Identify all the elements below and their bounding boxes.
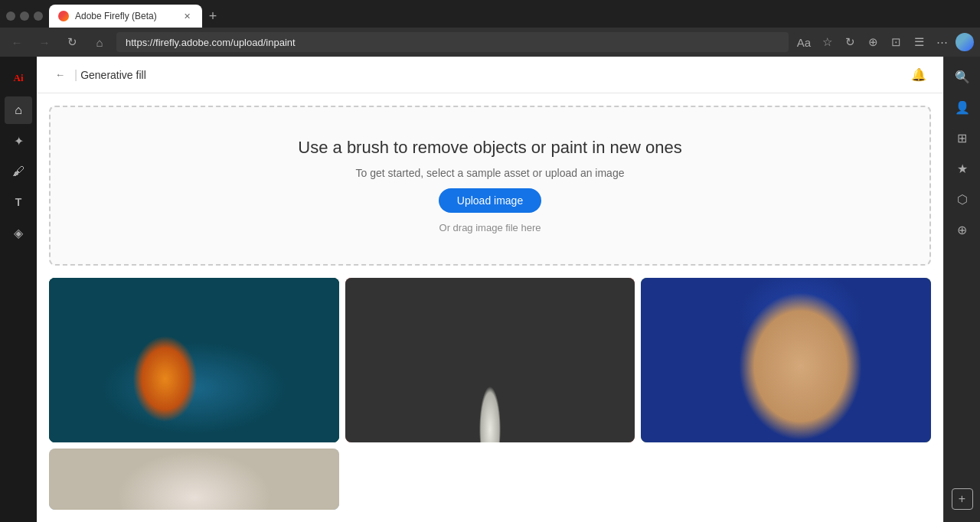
back-arrow-icon: ←	[55, 69, 65, 80]
right-star-icon[interactable]: ★	[949, 155, 976, 182]
sparkle-icon: ✦	[14, 134, 24, 148]
portrait-image	[641, 278, 931, 442]
header-right: 🔔	[906, 63, 931, 87]
tab-bar: Adobe Firefly (Beta) ✕ +	[0, 0, 980, 28]
main-content: ← | Generative fill 🔔 Use a brush to rem…	[37, 57, 943, 522]
browser-chrome: Adobe Firefly (Beta) ✕ + ← → ↻ ⌂ Aa ☆ ↻ …	[0, 0, 980, 57]
back-button[interactable]: ←	[49, 66, 71, 83]
tab-close-button[interactable]: ✕	[181, 10, 193, 22]
window-close[interactable]	[34, 11, 43, 21]
sample-image-lighthouse[interactable]	[345, 278, 635, 442]
sample-image-partial[interactable]	[49, 449, 339, 510]
drag-hint-text: Or drag image file here	[439, 222, 541, 233]
browser-sidebar-icon[interactable]: ☰	[910, 33, 928, 51]
right-extension-icon[interactable]: ⊕	[949, 216, 976, 243]
back-nav-button[interactable]: ←	[6, 31, 28, 53]
refresh-icon[interactable]: ↻	[841, 33, 859, 51]
sidebar-item-generate[interactable]: ✦	[5, 127, 32, 155]
partial-image	[49, 449, 339, 510]
right-layers-icon[interactable]: ⊞	[949, 124, 976, 152]
left-sidebar: Ai ⌂ ✦ 🖌 T ◈	[0, 57, 37, 522]
adobe-logo-text: Ai	[14, 72, 24, 84]
upload-subtitle: To get started, select a sample asset or…	[356, 167, 625, 179]
app-layout: Ai ⌂ ✦ 🖌 T ◈ ← | Generative fill	[0, 57, 980, 522]
lighthouse-image	[345, 278, 635, 442]
upload-heading: Use a brush to remove objects or paint i…	[298, 138, 681, 158]
upload-image-button[interactable]: Upload image	[439, 188, 541, 213]
sample-image-ocean[interactable]	[49, 278, 339, 442]
reader-mode-icon[interactable]: Aa	[795, 33, 813, 51]
right-search-icon[interactable]: 🔍	[949, 63, 976, 90]
window-controls	[6, 11, 43, 21]
right-user-icon[interactable]: 👤	[949, 93, 976, 121]
add-panel-button[interactable]: +	[952, 488, 973, 510]
window-maximize[interactable]	[20, 11, 29, 21]
ocean-image	[49, 278, 339, 442]
adobe-logo[interactable]: Ai	[6, 66, 31, 90]
reload-button[interactable]: ↻	[61, 31, 83, 53]
sidebar-item-home[interactable]: ⌂	[5, 96, 32, 124]
extensions-icon[interactable]: ⊕	[864, 33, 882, 51]
window-minimize[interactable]	[6, 11, 15, 21]
address-input[interactable]	[116, 32, 789, 52]
tab-title: Adobe Firefly (Beta)	[75, 11, 157, 21]
tab-favicon	[58, 11, 69, 21]
address-bar-row: ← → ↻ ⌂ Aa ☆ ↻ ⊕ ⊡ ☰ ⋯	[0, 28, 980, 57]
separator: |	[74, 68, 77, 82]
profile-avatar[interactable]	[956, 33, 974, 51]
sidebar-item-recolor[interactable]: ◈	[5, 219, 32, 246]
active-tab[interactable]: Adobe Firefly (Beta) ✕	[49, 5, 202, 28]
home-button[interactable]: ⌂	[89, 31, 110, 53]
sidebar-item-text[interactable]: T	[5, 188, 32, 216]
brush-icon: 🖌	[12, 165, 24, 178]
home-icon: ⌂	[15, 103, 22, 117]
new-tab-button[interactable]: +	[202, 5, 224, 27]
text-icon: T	[15, 196, 22, 208]
notification-bell-icon[interactable]: 🔔	[906, 63, 931, 87]
sidebar-item-brush[interactable]: 🖌	[5, 158, 32, 185]
forward-nav-button[interactable]: →	[34, 31, 55, 53]
app-header: ← | Generative fill 🔔	[37, 57, 943, 93]
recolor-icon: ◈	[14, 226, 23, 240]
settings-icon[interactable]: ⋯	[933, 33, 951, 51]
right-sidebar: 🔍 👤 ⊞ ★ ⬡ ⊕ +	[943, 57, 980, 522]
upload-drop-zone[interactable]: Use a brush to remove objects or paint i…	[49, 106, 931, 266]
collections-icon[interactable]: ⊡	[887, 33, 905, 51]
right-plugin-icon[interactable]: ⬡	[949, 185, 976, 213]
sample-image-portrait[interactable]	[641, 278, 931, 442]
page-title: Generative fill	[80, 69, 146, 81]
browser-right-icons: Aa ☆ ↻ ⊕ ⊡ ☰ ⋯	[795, 33, 974, 51]
favorites-icon[interactable]: ☆	[818, 33, 836, 51]
sample-image-grid	[37, 272, 943, 522]
